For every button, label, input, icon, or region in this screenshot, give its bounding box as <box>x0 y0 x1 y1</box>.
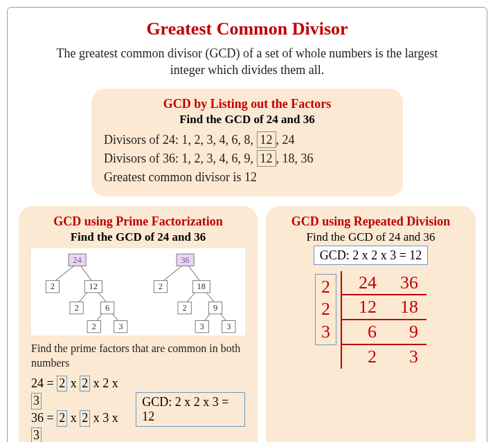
divisors-24: Divisors of 24: 1, 2, 3, 4, 6, 8, 12, 24 <box>104 131 390 149</box>
ladder-div-0: 2 <box>321 276 330 299</box>
svg-text:9: 9 <box>213 303 217 313</box>
prime-explain: Find the prime factors that are common i… <box>31 341 245 371</box>
svg-text:3: 3 <box>118 322 123 331</box>
div24-pre: 1, 2, 3, 4, 6, 8, <box>182 133 257 147</box>
eq-24: 24 = 2 x 2 x 2 x 3 <box>31 375 126 409</box>
eq-36: 36 = 2 x 2 x 3 x 3 <box>31 409 126 442</box>
division-ladder: 2 2 3 2436 1218 69 23 <box>278 271 463 369</box>
svg-text:18: 18 <box>197 282 206 291</box>
svg-line-20 <box>161 266 181 282</box>
prime-subtitle: Find the GCD of 24 and 36 <box>31 230 245 244</box>
ladder-div-2: 3 <box>321 321 330 344</box>
div36-label: Divisors of 36: <box>104 151 182 165</box>
tree-24-icon: 24 212 26 23 <box>33 251 136 334</box>
svg-line-1 <box>80 266 92 282</box>
main-container: Greatest Common Divisor The greatest com… <box>7 7 487 442</box>
panel-listing: GCD by Listing out the Factors Find the … <box>91 89 403 196</box>
ladder-row-0: 2436 <box>342 271 426 296</box>
svg-text:6: 6 <box>105 303 109 313</box>
ladder-quotients: 2436 1218 69 23 <box>341 271 426 369</box>
prime-title: GCD using Prime Factorization <box>31 214 245 229</box>
panel-repeated: GCD using Repeated Division Find the GCD… <box>266 206 476 442</box>
svg-line-21 <box>188 266 200 282</box>
panel-prime: GCD using Prime Factorization Find the G… <box>19 206 258 442</box>
tree-36-icon: 36 218 29 33 <box>141 251 244 334</box>
repeated-result: GCD: 2 x 2 x 3 = 12 <box>314 246 429 265</box>
divisors-36: Divisors of 36: 1, 2, 3, 4, 6, 9, 12, 18… <box>104 149 390 168</box>
svg-line-0 <box>54 266 74 282</box>
svg-text:2: 2 <box>75 303 79 313</box>
div24-highlight: 12 <box>257 131 276 149</box>
div36-pre: 1, 2, 3, 4, 6, 9, <box>182 151 257 165</box>
listing-title: GCD by Listing out the Factors <box>104 97 390 111</box>
eq-left: 24 = 2 x 2 x 2 x 3 36 = 2 x 2 x 3 x 3 <box>31 375 126 442</box>
svg-text:3: 3 <box>199 322 204 331</box>
svg-text:3: 3 <box>226 322 231 331</box>
listing-result: Greatest common divisor is 12 <box>104 168 390 187</box>
div24-post: , 24 <box>276 133 295 147</box>
svg-text:2: 2 <box>158 282 162 291</box>
div36-post: , 18, 36 <box>276 151 314 165</box>
ladder-row-1: 1218 <box>342 295 426 320</box>
definition-text: The greatest common divisor (GCD) of a s… <box>53 45 441 79</box>
svg-text:2: 2 <box>182 303 186 313</box>
svg-text:36: 36 <box>181 255 190 264</box>
ladder-row-3: 23 <box>342 345 426 369</box>
bottom-row: GCD using Prime Factorization Find the G… <box>19 206 476 442</box>
factor-trees: 24 212 26 23 <box>31 248 245 335</box>
repeated-subtitle: Find the GCD of 24 and 36 <box>278 230 463 244</box>
listing-subtitle: Find the GCD of 24 and 36 <box>104 113 390 127</box>
ladder-div-1: 2 <box>321 298 330 321</box>
repeated-result-wrap: GCD: 2 x 2 x 3 = 12 <box>278 248 463 263</box>
div36-highlight: 12 <box>257 150 276 167</box>
ladder-divisors: 2 2 3 <box>315 274 336 346</box>
ladder-row-2: 69 <box>342 320 426 345</box>
svg-text:2: 2 <box>51 282 55 291</box>
svg-text:24: 24 <box>73 255 82 264</box>
page-title: Greatest Common Divisor <box>19 19 476 39</box>
svg-text:12: 12 <box>89 282 98 291</box>
div24-label: Divisors of 24: <box>104 133 182 147</box>
repeated-title: GCD using Repeated Division <box>278 214 463 229</box>
svg-text:2: 2 <box>92 322 96 331</box>
prime-result: GCD: 2 x 2 x 3 = 12 <box>136 392 245 427</box>
prime-equations: 24 = 2 x 2 x 2 x 3 36 = 2 x 2 x 3 x 3 GC… <box>31 375 245 442</box>
